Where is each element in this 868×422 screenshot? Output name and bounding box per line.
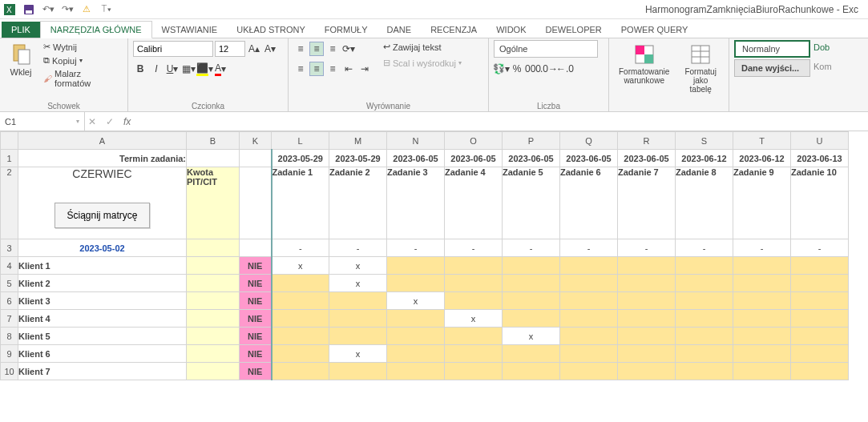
select-all-corner[interactable]	[1, 132, 18, 150]
format-painter-button[interactable]: 🖌Malarz formatów	[40, 67, 123, 90]
cell[interactable]: x	[329, 257, 387, 275]
cell[interactable]: Zadanie 10	[791, 167, 849, 239]
cell[interactable]: 2023-06-05	[503, 150, 560, 167]
spreadsheet-grid[interactable]: A B K L M N O P Q R S T U 1 Termin zadan…	[0, 131, 868, 380]
align-center-icon[interactable]: ≡	[309, 62, 324, 76]
cell[interactable]: x	[329, 275, 387, 292]
cell[interactable]: x	[329, 345, 387, 363]
cell[interactable]: Klient 6	[18, 345, 187, 363]
currency-icon[interactable]: 💱▾	[494, 62, 508, 76]
col-header[interactable]: Q	[560, 132, 618, 150]
cell[interactable]: NIE	[240, 363, 272, 380]
style-good-partial[interactable]: Dob	[810, 40, 833, 58]
cell[interactable]: -	[676, 239, 733, 257]
touch-mode-icon[interactable]: ⟙▾	[99, 3, 112, 16]
borders-button[interactable]: ▦▾	[181, 62, 196, 76]
cell[interactable]: CZERWIEC Ściągnij matrycę	[18, 167, 187, 239]
italic-button[interactable]: I	[149, 62, 164, 76]
col-header[interactable]: A	[18, 132, 187, 150]
cell[interactable]: -	[329, 239, 387, 257]
col-header[interactable]: O	[445, 132, 503, 150]
cell[interactable]: Termin zadania:	[18, 150, 187, 167]
row-header[interactable]: 1	[1, 150, 18, 167]
undo-icon[interactable]: ↶▾	[42, 3, 55, 16]
cell[interactable]: -	[733, 239, 791, 257]
cell[interactable]: -	[503, 239, 560, 257]
cell[interactable]: x	[503, 328, 560, 345]
align-middle-icon[interactable]: ≡	[309, 42, 324, 56]
tab-layout[interactable]: UKŁAD STRONY	[227, 22, 315, 38]
cell[interactable]	[240, 239, 272, 257]
cancel-formula-icon[interactable]: ✕	[88, 116, 96, 127]
cell[interactable]: -	[791, 239, 849, 257]
decrease-decimal-icon[interactable]: ←.0	[558, 62, 572, 76]
increase-indent-icon[interactable]: ⇥	[357, 62, 372, 76]
font-name-select[interactable]	[133, 41, 213, 57]
name-box[interactable]: C1▾	[0, 112, 85, 131]
align-bottom-icon[interactable]: ≡	[325, 42, 340, 56]
cell[interactable]: -	[560, 239, 618, 257]
cell[interactable]: -	[272, 239, 329, 257]
cell[interactable]: 2023-06-05	[560, 150, 618, 167]
tab-home[interactable]: NARZĘDZIA GŁÓWNE	[40, 21, 152, 38]
tab-view[interactable]: WIDOK	[486, 22, 535, 38]
cell[interactable]: NIE	[240, 328, 272, 345]
copy-button[interactable]: ⧉Kopiuj▾	[40, 54, 123, 67]
col-header[interactable]: P	[503, 132, 560, 150]
cell[interactable]	[240, 167, 272, 239]
cell[interactable]: Zadanie 9	[733, 167, 791, 239]
align-top-icon[interactable]: ≡	[293, 42, 308, 56]
cell[interactable]: 2023-05-29	[329, 150, 387, 167]
underline-button[interactable]: U▾	[165, 62, 180, 76]
font-size-select[interactable]	[215, 41, 245, 57]
orientation-icon[interactable]: ⟳▾	[341, 42, 356, 56]
row-header[interactable]: 3	[1, 239, 18, 257]
fx-icon[interactable]: fx	[123, 116, 131, 127]
merge-center-button[interactable]: ⊟Scal i wyśrodkuj▾	[380, 56, 465, 70]
align-left-icon[interactable]: ≡	[293, 62, 308, 76]
cell[interactable]: 2023-06-05	[387, 150, 445, 167]
cell[interactable]	[240, 150, 272, 167]
warning-icon[interactable]: ⚠	[80, 3, 93, 16]
align-right-icon[interactable]: ≡	[325, 62, 340, 76]
cell[interactable]: -	[618, 239, 676, 257]
cell[interactable]: NIE	[240, 275, 272, 292]
percent-icon[interactable]: %	[510, 62, 524, 76]
cell[interactable]: Klient 5	[18, 328, 187, 345]
cell[interactable]: Klient 7	[18, 363, 187, 380]
col-header[interactable]: B	[187, 132, 240, 150]
tab-formulas[interactable]: FORMUŁY	[315, 22, 377, 38]
increase-decimal-icon[interactable]: .0→	[542, 62, 556, 76]
cell[interactable]	[187, 150, 240, 167]
fill-color-button[interactable]: ⬛▾	[197, 62, 212, 76]
conditional-formatting-button[interactable]: Formatowanie warunkowe	[614, 40, 674, 88]
cell[interactable]: 2023-05-29	[272, 150, 329, 167]
cell[interactable]: 2023-06-13	[791, 150, 849, 167]
cell[interactable]: 2023-06-05	[618, 150, 676, 167]
cell[interactable]: x	[445, 310, 503, 328]
cell[interactable]: NIE	[240, 310, 272, 328]
style-normal[interactable]: Normalny	[734, 40, 810, 58]
cell[interactable]: 2023-05-02	[18, 239, 187, 257]
cell[interactable]: 2023-06-12	[733, 150, 791, 167]
cell[interactable]: x	[272, 257, 329, 275]
bold-button[interactable]: B	[133, 62, 147, 76]
style-comment-partial[interactable]: Kom	[810, 59, 835, 77]
cell[interactable]: Zadanie 7	[618, 167, 676, 239]
accept-formula-icon[interactable]: ✓	[106, 116, 114, 127]
col-header[interactable]: T	[733, 132, 791, 150]
tab-powerquery[interactable]: POWER QUERY	[612, 22, 698, 38]
cell[interactable]: Zadanie 3	[387, 167, 445, 239]
row-header[interactable]: 2	[1, 167, 18, 239]
cut-button[interactable]: ✂Wytnij	[40, 40, 123, 54]
col-header[interactable]: N	[387, 132, 445, 150]
cell[interactable]: Zadanie 4	[445, 167, 503, 239]
tab-developer[interactable]: DEWELOPER	[535, 22, 611, 38]
col-header[interactable]: S	[676, 132, 733, 150]
decrease-font-icon[interactable]: A▾	[263, 42, 277, 56]
cell[interactable]: 2023-06-12	[676, 150, 733, 167]
col-header[interactable]: U	[791, 132, 849, 150]
save-icon[interactable]	[22, 3, 35, 16]
cell[interactable]: Zadanie 2	[329, 167, 387, 239]
cell[interactable]: Zadanie 5	[503, 167, 560, 239]
